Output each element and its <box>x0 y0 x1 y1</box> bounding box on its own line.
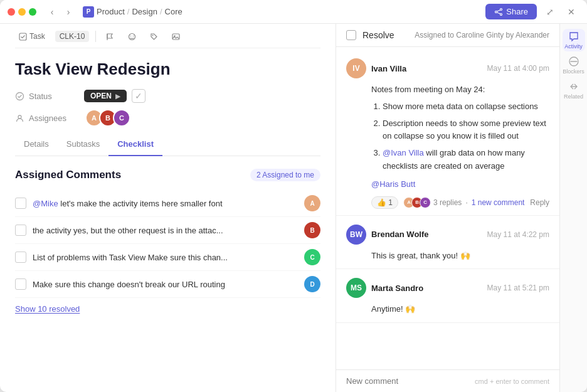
right-panel: Resolve Assigned to Caroline Ginty by Al… <box>336 24 587 392</box>
comment-header-brendan: BW Brendan Wolfe May 11 at 4:22 pm <box>346 225 549 245</box>
comment-body-marta: Anytime! 🙌 <box>346 303 549 316</box>
time-marta: May 11 at 5:21 pm <box>487 283 549 292</box>
svg-point-2 <box>500 13 502 15</box>
comment-checkbox-2[interactable] <box>15 225 26 236</box>
flag-button[interactable] <box>102 31 118 43</box>
comment-item-3: List of problems with Task View Make sur… <box>15 244 320 271</box>
svg-line-4 <box>497 12 500 13</box>
task-id: CLK-10 <box>55 31 90 42</box>
comment-checkbox-3[interactable] <box>15 252 26 263</box>
svg-point-13 <box>16 92 24 100</box>
blockers-icon <box>568 56 579 67</box>
assignee-avatar-3[interactable]: C <box>113 109 130 127</box>
main-content: Task CLK-10 Task View Redesign <box>0 24 587 392</box>
section-title: Assigned Comments <box>15 169 121 181</box>
comment-text-1: @Mike let's make the activity items here… <box>33 199 298 208</box>
forward-button[interactable]: › <box>61 5 75 19</box>
related-label: Related <box>564 93 583 100</box>
new-comment-hint: cmd + enter to comment <box>475 378 549 385</box>
reply-avatar-3: C <box>420 197 431 208</box>
body-item-3: @Ivan Villa will grab data on how many c… <box>383 147 549 173</box>
titlebar: ‹ › P Product / Design / Core Share ⤢ ✕ <box>0 0 587 24</box>
image-icon <box>172 33 180 41</box>
activity-icon-button[interactable]: Activity <box>563 29 585 51</box>
task-type-button[interactable]: Task <box>15 30 49 43</box>
close-dot <box>8 8 15 16</box>
comment-header-marta: MS Marta Sandro May 11 at 5:21 pm <box>346 278 549 298</box>
image-button[interactable] <box>168 31 184 43</box>
activity-icon <box>568 31 579 42</box>
author-marta: Marta Sandro <box>371 283 423 293</box>
resolve-label: Resolve <box>362 30 394 40</box>
tag-button[interactable] <box>146 31 162 43</box>
breadcrumb-product[interactable]: Product <box>97 7 125 16</box>
tab-subtasks[interactable]: Subtasks <box>58 133 108 156</box>
task-toolbar: Task CLK-10 <box>15 24 320 48</box>
status-row: Status OPEN ▶ ✓ <box>15 89 320 103</box>
comment-avatar-4: D <box>304 276 320 292</box>
status-check-button[interactable]: ✓ <box>132 89 145 103</box>
share-button[interactable]: Share <box>485 4 537 19</box>
comment-thread-ivan: IV Ivan Villa May 11 at 4:00 pm Notes fr… <box>336 50 559 216</box>
tab-details[interactable]: Details <box>15 133 58 156</box>
resolve-checkbox[interactable] <box>346 30 356 40</box>
comment-header-ivan: IV Ivan Villa May 11 at 4:00 pm <box>346 58 549 78</box>
body-list: Show more meta data on collapse sections… <box>371 100 549 173</box>
svg-line-3 <box>497 10 500 11</box>
tagged-user: @Haris Butt <box>371 178 549 191</box>
time-ivan: May 11 at 4:00 pm <box>487 64 549 73</box>
emoji-icon <box>128 33 136 41</box>
side-icons-panel: Activity Blockers Related <box>559 24 587 392</box>
left-panel: Task CLK-10 Task View Redesign <box>0 24 336 392</box>
comment-body-brendan: This is great, thank you! 🙌 <box>346 250 549 263</box>
new-comment-input[interactable] <box>346 376 475 386</box>
task-title: Task View Redesign <box>15 60 320 79</box>
flag-icon <box>106 33 114 41</box>
assignees-label: Assignees <box>15 114 84 123</box>
svg-point-14 <box>18 115 21 119</box>
mention-haris: @Haris Butt <box>371 179 415 189</box>
related-icon-button[interactable]: Related <box>563 79 585 102</box>
body-item-1: Show more meta data on collapse sections <box>383 100 549 114</box>
resize-button[interactable]: ⤢ <box>542 4 558 20</box>
reaction-button-ivan[interactable]: 👍 1 <box>371 196 398 209</box>
tab-checklist[interactable]: Checklist <box>108 133 162 156</box>
status-badge[interactable]: OPEN ▶ <box>84 90 127 102</box>
avatar-ivan: IV <box>346 58 366 78</box>
nav-buttons: ‹ › <box>45 5 75 19</box>
show-resolved-button[interactable]: Show 10 resolved <box>15 302 80 316</box>
comment-actions-ivan: 👍 1 A B C 3 replies · 1 new comment <box>346 196 549 209</box>
new-comment-link[interactable]: 1 new comment <box>472 198 525 207</box>
emoji-button[interactable] <box>124 31 140 43</box>
reply-button-ivan[interactable]: Reply <box>530 198 549 207</box>
back-button[interactable]: ‹ <box>45 5 59 19</box>
comment-checkbox-4[interactable] <box>15 278 26 290</box>
author-brendan: Brendan Wolfe <box>371 230 429 239</box>
comment-avatar-1: A <box>304 195 320 211</box>
status-icon <box>15 92 24 101</box>
blockers-label: Blockers <box>563 68 584 75</box>
maximize-dot <box>29 8 36 16</box>
close-window-button[interactable]: ✕ <box>563 4 579 20</box>
breadcrumb-core[interactable]: Core <box>165 7 182 16</box>
assignees-avatars[interactable]: A B C <box>85 109 130 127</box>
comment-checkbox-1[interactable] <box>15 198 26 209</box>
body-intro: Notes from meeting on May 24: <box>371 83 549 97</box>
window-controls <box>8 8 36 16</box>
mention-1: @Mike <box>33 199 58 208</box>
breadcrumb-design[interactable]: Design <box>132 7 157 16</box>
blockers-icon-button[interactable]: Blockers <box>563 54 585 77</box>
status-label: Status <box>15 92 84 101</box>
comment-avatar-3: C <box>304 249 320 265</box>
svg-rect-5 <box>19 33 26 40</box>
reply-avatars: A B C <box>403 197 431 208</box>
comment-thread-marta: MS Marta Sandro May 11 at 5:21 pm Anytim… <box>336 269 559 323</box>
assigned-badge[interactable]: 2 Assigned to me <box>250 169 320 181</box>
comment-item-4: Make sure this change doesn't break our … <box>15 271 320 298</box>
new-comment-area: cmd + enter to comment <box>336 369 559 392</box>
svg-point-0 <box>500 8 502 10</box>
resolve-meta: Assigned to Caroline Ginty by Alexander <box>415 31 549 40</box>
mention-ivan: @Ivan Villa <box>383 148 424 157</box>
app-window: ‹ › P Product / Design / Core Share ⤢ ✕ <box>0 0 587 392</box>
person-icon <box>15 114 24 123</box>
